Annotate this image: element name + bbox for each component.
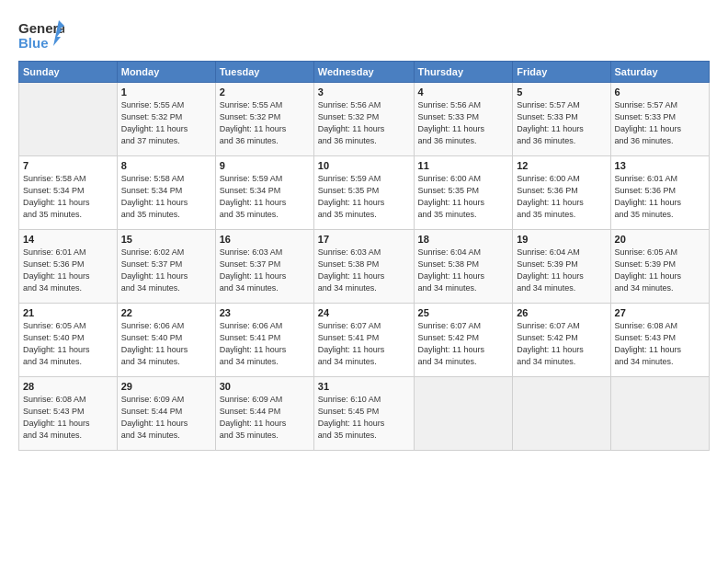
day-info: Sunrise: 6:08 AM Sunset: 5:43 PM Dayligh… xyxy=(23,394,113,442)
day-info: Sunrise: 6:05 AM Sunset: 5:40 PM Dayligh… xyxy=(23,320,113,368)
day-info: Sunrise: 5:57 AM Sunset: 5:33 PM Dayligh… xyxy=(517,99,606,147)
day-info: Sunrise: 5:56 AM Sunset: 5:32 PM Dayligh… xyxy=(318,99,410,147)
day-info: Sunrise: 6:00 AM Sunset: 5:36 PM Dayligh… xyxy=(517,173,606,221)
calendar-cell xyxy=(414,377,513,451)
logo: General Blue xyxy=(18,17,64,52)
day-number: 17 xyxy=(318,234,410,245)
day-info: Sunrise: 6:08 AM Sunset: 5:43 PM Dayligh… xyxy=(615,320,705,368)
day-info: Sunrise: 6:01 AM Sunset: 5:36 PM Dayligh… xyxy=(615,173,705,221)
day-number: 9 xyxy=(220,160,310,171)
calendar-cell: 1Sunrise: 5:55 AM Sunset: 5:32 PM Daylig… xyxy=(117,83,215,156)
calendar-cell: 28Sunrise: 6:08 AM Sunset: 5:43 PM Dayli… xyxy=(19,377,118,451)
day-info: Sunrise: 6:10 AM Sunset: 5:45 PM Dayligh… xyxy=(318,394,410,442)
calendar-week-3: 14Sunrise: 6:01 AM Sunset: 5:36 PM Dayli… xyxy=(19,230,710,304)
day-number: 27 xyxy=(615,307,705,318)
day-info: Sunrise: 5:56 AM Sunset: 5:33 PM Dayligh… xyxy=(418,99,509,147)
day-number: 10 xyxy=(318,160,410,171)
day-number: 31 xyxy=(318,381,410,392)
calendar-cell xyxy=(610,377,709,451)
day-number: 3 xyxy=(318,86,410,98)
day-number: 15 xyxy=(121,234,211,245)
day-info: Sunrise: 6:06 AM Sunset: 5:40 PM Dayligh… xyxy=(121,320,211,368)
calendar-cell: 9Sunrise: 5:59 AM Sunset: 5:34 PM Daylig… xyxy=(215,156,313,230)
page: General Blue SundayMondayTuesdayWednesda… xyxy=(0,0,728,563)
day-number: 19 xyxy=(517,234,606,245)
day-number: 29 xyxy=(121,381,211,392)
header: General Blue xyxy=(18,17,710,52)
calendar-cell: 20Sunrise: 6:05 AM Sunset: 5:39 PM Dayli… xyxy=(610,230,709,304)
day-info: Sunrise: 6:06 AM Sunset: 5:41 PM Dayligh… xyxy=(220,320,310,368)
day-number: 7 xyxy=(23,160,113,171)
day-info: Sunrise: 5:58 AM Sunset: 5:34 PM Dayligh… xyxy=(23,173,113,221)
calendar-cell: 13Sunrise: 6:01 AM Sunset: 5:36 PM Dayli… xyxy=(610,156,709,230)
day-number: 5 xyxy=(517,86,606,98)
calendar-table: SundayMondayTuesdayWednesdayThursdayFrid… xyxy=(18,61,710,451)
calendar-cell: 24Sunrise: 6:07 AM Sunset: 5:41 PM Dayli… xyxy=(313,304,414,377)
calendar-cell: 16Sunrise: 6:03 AM Sunset: 5:37 PM Dayli… xyxy=(215,230,313,304)
day-number: 28 xyxy=(23,381,113,392)
weekday-header-row: SundayMondayTuesdayWednesdayThursdayFrid… xyxy=(19,62,710,83)
day-number: 25 xyxy=(418,307,509,318)
day-info: Sunrise: 6:01 AM Sunset: 5:36 PM Dayligh… xyxy=(23,247,113,294)
day-number: 8 xyxy=(121,160,211,171)
calendar-cell: 4Sunrise: 5:56 AM Sunset: 5:33 PM Daylig… xyxy=(414,83,513,156)
calendar-cell: 5Sunrise: 5:57 AM Sunset: 5:33 PM Daylig… xyxy=(513,83,610,156)
day-number: 4 xyxy=(418,86,509,98)
calendar-cell: 8Sunrise: 5:58 AM Sunset: 5:34 PM Daylig… xyxy=(117,156,215,230)
day-info: Sunrise: 5:58 AM Sunset: 5:34 PM Dayligh… xyxy=(121,173,211,221)
day-number: 21 xyxy=(23,307,113,318)
day-info: Sunrise: 6:09 AM Sunset: 5:44 PM Dayligh… xyxy=(220,394,310,442)
day-info: Sunrise: 6:04 AM Sunset: 5:39 PM Dayligh… xyxy=(517,247,606,294)
calendar-week-4: 21Sunrise: 6:05 AM Sunset: 5:40 PM Dayli… xyxy=(19,304,710,377)
day-info: Sunrise: 6:00 AM Sunset: 5:35 PM Dayligh… xyxy=(418,173,509,221)
calendar-cell: 25Sunrise: 6:07 AM Sunset: 5:42 PM Dayli… xyxy=(414,304,513,377)
calendar-cell: 15Sunrise: 6:02 AM Sunset: 5:37 PM Dayli… xyxy=(117,230,215,304)
day-number: 26 xyxy=(517,307,606,318)
day-number: 22 xyxy=(121,307,211,318)
calendar-cell: 23Sunrise: 6:06 AM Sunset: 5:41 PM Dayli… xyxy=(215,304,313,377)
day-number: 20 xyxy=(615,234,705,245)
day-number: 24 xyxy=(318,307,410,318)
weekday-friday: Friday xyxy=(513,62,610,83)
day-info: Sunrise: 5:59 AM Sunset: 5:35 PM Dayligh… xyxy=(318,173,410,221)
calendar-cell: 19Sunrise: 6:04 AM Sunset: 5:39 PM Dayli… xyxy=(513,230,610,304)
day-number: 23 xyxy=(220,307,310,318)
calendar-cell: 3Sunrise: 5:56 AM Sunset: 5:32 PM Daylig… xyxy=(313,83,414,156)
day-number: 18 xyxy=(418,234,509,245)
calendar-cell: 14Sunrise: 6:01 AM Sunset: 5:36 PM Dayli… xyxy=(19,230,118,304)
calendar-cell: 30Sunrise: 6:09 AM Sunset: 5:44 PM Dayli… xyxy=(215,377,313,451)
calendar-cell: 6Sunrise: 5:57 AM Sunset: 5:33 PM Daylig… xyxy=(610,83,709,156)
calendar-cell xyxy=(19,83,118,156)
calendar-cell: 11Sunrise: 6:00 AM Sunset: 5:35 PM Dayli… xyxy=(414,156,513,230)
day-info: Sunrise: 5:59 AM Sunset: 5:34 PM Dayligh… xyxy=(220,173,310,221)
day-number: 11 xyxy=(418,160,509,171)
day-info: Sunrise: 6:07 AM Sunset: 5:42 PM Dayligh… xyxy=(517,320,606,368)
day-number: 30 xyxy=(220,381,310,392)
day-number: 12 xyxy=(517,160,606,171)
day-number: 13 xyxy=(615,160,705,171)
day-number: 6 xyxy=(615,86,705,98)
calendar-cell: 2Sunrise: 5:55 AM Sunset: 5:32 PM Daylig… xyxy=(215,83,313,156)
calendar-cell xyxy=(513,377,610,451)
day-info: Sunrise: 6:02 AM Sunset: 5:37 PM Dayligh… xyxy=(121,247,211,294)
day-info: Sunrise: 5:55 AM Sunset: 5:32 PM Dayligh… xyxy=(121,99,211,147)
calendar-week-1: 1Sunrise: 5:55 AM Sunset: 5:32 PM Daylig… xyxy=(19,83,710,156)
weekday-saturday: Saturday xyxy=(610,62,709,83)
day-info: Sunrise: 6:09 AM Sunset: 5:44 PM Dayligh… xyxy=(121,394,211,442)
calendar-cell: 26Sunrise: 6:07 AM Sunset: 5:42 PM Dayli… xyxy=(513,304,610,377)
day-info: Sunrise: 6:04 AM Sunset: 5:38 PM Dayligh… xyxy=(418,247,509,294)
logo-icon: General Blue xyxy=(18,17,64,52)
day-info: Sunrise: 6:05 AM Sunset: 5:39 PM Dayligh… xyxy=(615,247,705,294)
calendar-cell: 17Sunrise: 6:03 AM Sunset: 5:38 PM Dayli… xyxy=(313,230,414,304)
calendar-cell: 10Sunrise: 5:59 AM Sunset: 5:35 PM Dayli… xyxy=(313,156,414,230)
calendar-cell: 27Sunrise: 6:08 AM Sunset: 5:43 PM Dayli… xyxy=(610,304,709,377)
calendar-cell: 31Sunrise: 6:10 AM Sunset: 5:45 PM Dayli… xyxy=(313,377,414,451)
calendar-cell: 7Sunrise: 5:58 AM Sunset: 5:34 PM Daylig… xyxy=(19,156,118,230)
day-info: Sunrise: 5:57 AM Sunset: 5:33 PM Dayligh… xyxy=(615,99,705,147)
weekday-thursday: Thursday xyxy=(414,62,513,83)
calendar-week-5: 28Sunrise: 6:08 AM Sunset: 5:43 PM Dayli… xyxy=(19,377,710,451)
day-info: Sunrise: 6:07 AM Sunset: 5:41 PM Dayligh… xyxy=(318,320,410,368)
calendar-cell: 18Sunrise: 6:04 AM Sunset: 5:38 PM Dayli… xyxy=(414,230,513,304)
weekday-wednesday: Wednesday xyxy=(313,62,414,83)
weekday-monday: Monday xyxy=(117,62,215,83)
